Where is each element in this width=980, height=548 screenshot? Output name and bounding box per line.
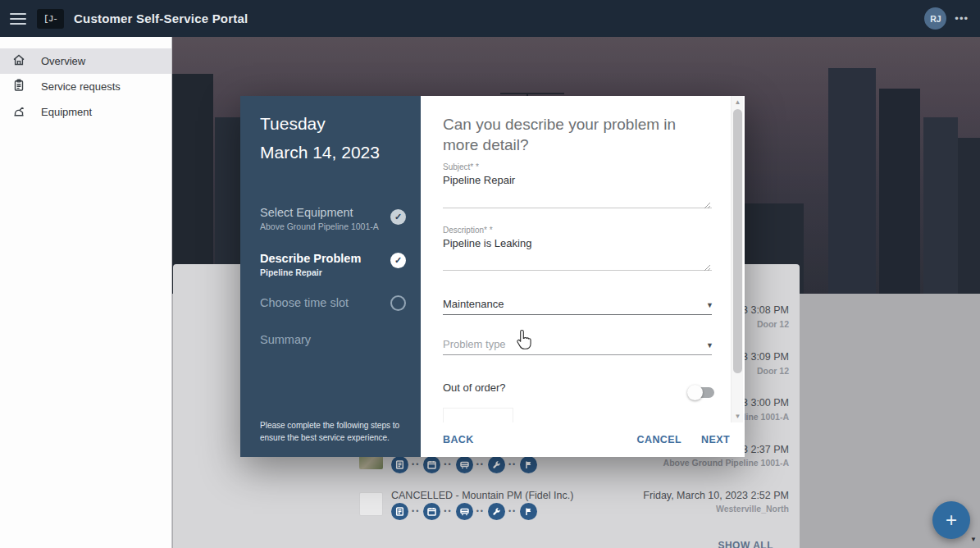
flag-icon[interactable] [520, 456, 537, 473]
request-row-location: Above Ground Pipeline 1001-A [663, 458, 789, 468]
transit-icon[interactable] [456, 456, 473, 473]
wrench-icon[interactable] [488, 503, 505, 520]
resize-handle-icon[interactable] [704, 260, 711, 275]
transit-icon[interactable] [456, 503, 473, 520]
selected-weekday: Tuesday [260, 114, 326, 134]
request-row-title[interactable]: CANCELLED - Mountain PM (Fidel Inc.) [391, 490, 573, 501]
sidebar-item-equipment[interactable]: Equipment [0, 99, 171, 125]
calendar-icon[interactable] [423, 503, 440, 520]
form-icon[interactable] [391, 503, 408, 520]
request-row-location: Door 12 [757, 319, 789, 329]
problem-type-select[interactable]: Problem type [443, 338, 506, 350]
sidebar-item-label: Equipment [41, 106, 92, 118]
form-heading: Can you describe your problem in more de… [443, 114, 715, 155]
request-row-location: line 1001-A [744, 412, 789, 422]
company-logo: [J- [37, 9, 64, 29]
equipment-icon [11, 103, 26, 121]
wizard-step-panel: Tuesday March 14, 2023 Select Equipment … [240, 96, 421, 457]
request-row-location: Westerville_North [716, 504, 789, 514]
out-of-order-toggle[interactable] [690, 387, 714, 398]
menu-hamburger-icon[interactable] [10, 13, 26, 25]
request-status-steps: •• •• •• •• [391, 456, 537, 473]
request-status-steps: •• •• •• •• [391, 503, 537, 520]
customer-self-service-portal: [J- Customer Self-Service Portal RJ ••• … [0, 0, 980, 548]
describe-problem-form: Can you describe your problem in more de… [421, 96, 745, 457]
clipboard-icon [11, 78, 26, 96]
request-row-location: Door 12 [757, 366, 789, 376]
sidebar-item-label: Overview [41, 55, 85, 67]
wrench-icon[interactable] [488, 456, 505, 473]
request-thumbnail[interactable] [359, 492, 383, 516]
request-row-time[interactable]: Friday, March 10, 2023 2:52 PM [643, 490, 789, 501]
back-button[interactable]: BACK [443, 434, 474, 445]
sidebar-item-label: Service requests [41, 80, 121, 93]
subject-input[interactable]: Pipeline Repair [443, 174, 515, 186]
chevron-down-icon[interactable]: ▼ [706, 301, 713, 309]
out-of-order-label: Out of order? [443, 381, 506, 394]
overflow-menu-icon[interactable]: ••• [953, 12, 970, 25]
sidebar-item-overview[interactable]: Overview [0, 48, 171, 74]
selected-date: March 14, 2023 [260, 143, 380, 162]
flag-icon[interactable] [520, 503, 537, 520]
step-check-icon: ✓ [390, 253, 406, 268]
sidebar: Overview Service requests Equipment [0, 37, 172, 548]
add-request-fab[interactable]: + [932, 501, 970, 539]
show-all-button[interactable]: SHOW ALL [718, 540, 773, 548]
user-avatar[interactable]: RJ [924, 7, 946, 30]
create-service-request-dialog: Tuesday March 14, 2023 Select Equipment … [240, 96, 745, 457]
description-input[interactable]: Pipeline is Leaking [443, 237, 531, 249]
next-button[interactable]: NEXT [701, 434, 730, 445]
top-bar: [J- Customer Self-Service Portal RJ ••• [0, 0, 980, 37]
scrollbar-down-icon[interactable]: ▼ [732, 413, 744, 420]
step-check-icon: ✓ [390, 209, 406, 225]
category-select[interactable]: Maintenance [443, 298, 504, 310]
form-scrollbar: ▲ ▼ [731, 96, 743, 422]
subject-underline [443, 208, 712, 208]
scrollbar-thumb[interactable] [733, 109, 742, 373]
step-empty-circle-icon [390, 295, 406, 311]
description-underline [443, 270, 712, 271]
page-scroll-down-icon[interactable]: ▼ [970, 536, 977, 543]
cancel-button[interactable]: CANCEL [637, 434, 681, 445]
wizard-footnote: Please complete the following steps to e… [260, 420, 406, 444]
subject-label: Subject* * [443, 162, 479, 171]
home-icon [11, 53, 26, 71]
resize-handle-icon[interactable] [704, 198, 711, 212]
form-icon[interactable] [391, 456, 408, 473]
app-title: Customer Self-Service Portal [74, 11, 248, 25]
description-label: Description* * [443, 226, 493, 235]
chevron-down-icon[interactable]: ▼ [706, 341, 713, 349]
toggle-knob [687, 385, 703, 400]
scrollbar-up-icon[interactable]: ▲ [732, 98, 744, 106]
dialog-footer: BACK CANCEL NEXT [421, 422, 745, 457]
problem-type-underline [443, 354, 712, 355]
category-underline [443, 314, 712, 315]
calendar-icon[interactable] [423, 456, 440, 473]
sidebar-item-service-requests[interactable]: Service requests [0, 74, 171, 99]
